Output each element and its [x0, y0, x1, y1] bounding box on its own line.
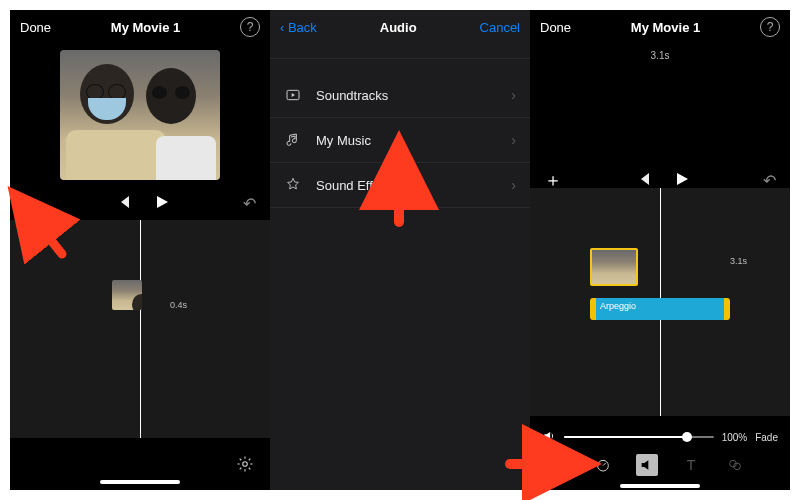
play-icon[interactable] [155, 195, 169, 212]
help-icon[interactable]: ? [760, 17, 780, 37]
svg-point-0 [243, 462, 248, 467]
done-button[interactable]: Done [540, 20, 571, 35]
settings-icon[interactable] [236, 455, 254, 473]
titles-icon[interactable]: T [680, 454, 702, 476]
volume-percent: 100% [722, 432, 748, 443]
speed-icon[interactable] [592, 454, 614, 476]
undo-icon[interactable]: ↶ [763, 171, 776, 190]
sound-effects-icon [284, 176, 302, 194]
my-music-row[interactable]: My Music › [270, 118, 530, 163]
soundtracks-icon [284, 86, 302, 104]
skip-back-icon[interactable] [117, 195, 131, 212]
back-button[interactable]: ‹ Back [280, 20, 317, 35]
help-icon[interactable]: ? [240, 17, 260, 37]
video-preview [60, 50, 220, 180]
timeline[interactable]: 3.1s Arpeggio [530, 188, 790, 416]
annotation-arrow-1 [18, 202, 78, 262]
video-clip[interactable] [112, 280, 142, 310]
fade-button[interactable]: Fade [755, 432, 778, 443]
clip-time: 3.1s [730, 256, 747, 266]
home-indicator [620, 484, 700, 488]
topbar: Done My Movie 1 ? [10, 10, 270, 44]
volume-slider[interactable] [564, 436, 714, 438]
topbar: Done My Movie 1 ? [530, 10, 790, 44]
volume-tool-icon[interactable] [636, 454, 658, 476]
audio-picker-screen: ‹ Back Audio Cancel Soundtracks › My Mus… [270, 10, 530, 490]
project-title: My Movie 1 [631, 20, 700, 35]
done-button[interactable]: Done [20, 20, 51, 35]
chevron-right-icon: › [511, 132, 516, 148]
cancel-button[interactable]: Cancel [480, 20, 520, 35]
annotation-arrow-3 [504, 444, 574, 484]
audio-clip-label: Arpeggio [600, 301, 636, 311]
clip-time: 0.4s [170, 300, 187, 310]
video-clip[interactable] [590, 248, 638, 286]
home-indicator [100, 480, 180, 484]
annotation-arrow-2 [374, 160, 424, 230]
audio-clip[interactable]: Arpeggio [590, 298, 730, 320]
current-time: 3.1s [530, 50, 790, 61]
editor-screen-2: Done My Movie 1 ? 3.1s ＋ ↶ 3.1s Arpeggio… [530, 10, 790, 490]
chevron-right-icon: › [511, 87, 516, 103]
skip-back-icon[interactable] [637, 172, 651, 189]
row-label: Soundtracks [316, 88, 388, 103]
svg-point-4 [598, 460, 609, 471]
play-icon[interactable] [675, 172, 689, 189]
screen-title: Audio [380, 20, 417, 35]
bottom-bar [10, 438, 270, 490]
topbar: ‹ Back Audio Cancel [270, 10, 530, 44]
project-title: My Movie 1 [111, 20, 180, 35]
row-label: My Music [316, 133, 371, 148]
music-note-icon [284, 131, 302, 149]
chevron-right-icon: › [511, 177, 516, 193]
playhead [140, 220, 141, 438]
undo-icon[interactable]: ↶ [243, 194, 256, 213]
soundtracks-row[interactable]: Soundtracks › [270, 73, 530, 118]
speaker-icon [542, 429, 556, 445]
filters-icon[interactable] [724, 454, 746, 476]
